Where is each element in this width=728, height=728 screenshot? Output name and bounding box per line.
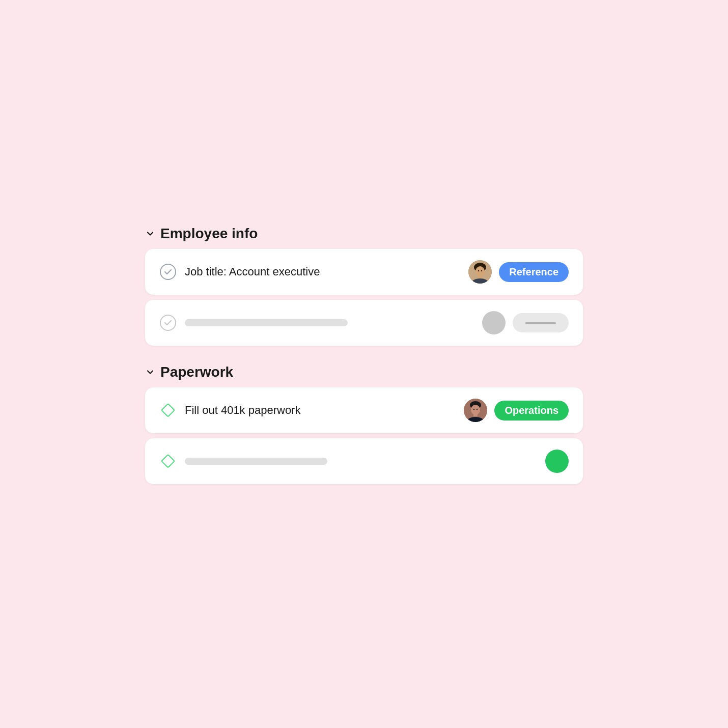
placeholder-badge-line [525,322,556,324]
card-left: Job title: Account executive [159,263,468,281]
card-left: Fill out 401k paperwork [159,402,464,419]
svg-point-7 [481,270,482,272]
card-right: Operations [464,399,569,422]
chevron-down-icon [145,229,155,239]
svg-rect-4 [478,275,482,278]
avatar-green [545,450,569,473]
card-left [159,453,545,470]
list-item[interactable] [145,300,583,346]
list-item[interactable] [145,438,583,484]
card-right [545,450,569,473]
svg-rect-9 [161,404,174,416]
section-employee-info: Employee info Job title: Account executi… [145,226,583,346]
section-header-paperwork[interactable]: Paperwork [145,364,583,380]
badge-placeholder [513,313,569,332]
check-circle-icon-placeholder [159,314,177,331]
svg-point-12 [471,405,480,415]
card-right [482,311,569,334]
svg-point-6 [478,270,479,272]
placeholder-bar [185,319,348,326]
avatar [464,399,487,422]
task-text-job-title: Job title: Account executive [185,265,320,278]
svg-point-3 [475,266,485,276]
svg-point-8 [160,315,176,330]
chevron-down-icon [145,367,155,377]
task-text-401k: Fill out 401k paperwork [185,404,300,417]
svg-point-16 [477,409,478,410]
badge-reference[interactable]: Reference [499,262,569,282]
svg-rect-13 [473,414,478,416]
section-title-paperwork: Paperwork [160,364,233,380]
svg-rect-17 [161,455,174,467]
main-container: Employee info Job title: Account executi… [145,226,583,502]
section-paperwork: Paperwork Fill out 401k paperwork [145,364,583,484]
check-circle-icon [159,263,177,281]
list-item[interactable]: Job title: Account executive [145,249,583,295]
avatar-placeholder [482,311,506,334]
avatar [468,260,492,284]
section-header-employee-info[interactable]: Employee info [145,226,583,242]
section-title-employee-info: Employee info [160,226,258,242]
card-left [159,314,482,331]
diamond-icon [159,402,177,419]
svg-point-15 [473,409,474,410]
badge-operations[interactable]: Operations [494,401,569,421]
list-item[interactable]: Fill out 401k paperwork [145,387,583,433]
card-right: Reference [468,260,569,284]
svg-point-0 [160,264,176,279]
diamond-icon-placeholder [159,453,177,470]
placeholder-bar [185,458,327,465]
